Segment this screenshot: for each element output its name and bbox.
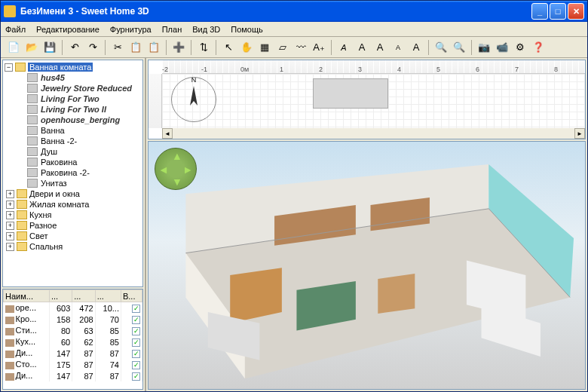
zoom-in-icon[interactable]: 🔍 [433, 39, 449, 56]
menu-help[interactable]: Помощь [231, 25, 263, 34]
furniture-table[interactable]: Наим............В... оре...60347210...✓К… [2, 289, 143, 390]
tree-category[interactable]: +Спальня [5, 241, 141, 252]
tree-category[interactable]: +Свет [5, 231, 141, 241]
table-row[interactable]: Сто...1758774✓ [4, 359, 142, 370]
tree-category[interactable]: +Разное [5, 220, 141, 231]
column-header[interactable]: ... [49, 290, 72, 302]
tree-category[interactable]: +Жилая комната [5, 199, 141, 210]
checkbox-icon[interactable]: ✓ [132, 305, 140, 313]
tree-root-label[interactable]: Ванная комната [28, 63, 93, 72]
menu-3dview[interactable]: Вид 3D [192, 25, 220, 34]
tree-item[interactable]: hus45 [5, 72, 141, 83]
tree-item[interactable]: Living For Two [5, 93, 141, 104]
checkbox-icon[interactable]: ✓ [132, 350, 140, 358]
add-furniture-icon[interactable]: ➕ [170, 39, 187, 56]
table-row[interactable]: Сти...806385✓ [4, 325, 142, 336]
expand-icon[interactable]: + [6, 243, 14, 251]
menu-file[interactable]: Файл [5, 25, 26, 34]
cut-icon[interactable]: ✂ [109, 39, 126, 56]
tree-item[interactable]: Раковина -2- [5, 167, 141, 178]
close-button[interactable]: ✕ [568, 3, 584, 20]
redo-icon[interactable]: ↷ [84, 39, 101, 56]
checkbox-icon[interactable]: ✓ [132, 316, 140, 324]
table-row[interactable]: оре...60347210...✓ [4, 302, 142, 314]
cell-visible[interactable]: ✓ [121, 314, 142, 325]
photo-icon[interactable]: 📷 [476, 39, 492, 56]
save-icon[interactable]: 💾 [41, 39, 58, 56]
menu-furniture[interactable]: Фурнитура [110, 25, 152, 34]
plan-view[interactable]: -2-10м12345678 ◄ ► [148, 60, 586, 139]
wall-icon[interactable]: ▦ [256, 39, 273, 56]
menu-edit[interactable]: Редактирование [36, 25, 100, 34]
table-row[interactable]: Ди...1478787✓ [4, 370, 142, 381]
column-header[interactable]: В... [121, 290, 142, 302]
scroll-track[interactable] [173, 128, 574, 139]
text-color-icon[interactable]: A [408, 39, 424, 56]
expand-icon[interactable]: + [6, 190, 14, 198]
plan-scrollbar[interactable]: ◄ ► [162, 128, 585, 139]
cell-visible[interactable]: ✓ [121, 302, 142, 314]
tree-category[interactable]: +Двери и окна [5, 188, 141, 199]
expand-icon[interactable]: + [6, 211, 14, 219]
expand-icon[interactable]: + [6, 232, 14, 240]
tree-category[interactable]: +Кухня [5, 210, 141, 220]
help-icon[interactable]: ❓ [530, 39, 547, 56]
video-icon[interactable]: 📹 [494, 39, 510, 56]
cell-visible[interactable]: ✓ [121, 348, 142, 359]
zoom-out-icon[interactable]: 🔍 [451, 39, 467, 56]
compass-icon[interactable] [171, 77, 216, 122]
tree-item[interactable]: Living For Two II [5, 104, 141, 115]
open-icon[interactable]: 📂 [23, 39, 40, 56]
import-icon[interactable]: ⇅ [195, 39, 212, 56]
tree-item[interactable]: Ванна -2- [5, 136, 141, 146]
collapse-icon[interactable]: − [5, 63, 13, 72]
select-icon[interactable]: ↖ [220, 39, 237, 56]
tree-root[interactable]: − Ванная комната [5, 62, 141, 72]
table-row[interactable]: Ди...1478787✓ [4, 348, 142, 359]
prefs-icon[interactable]: ⚙ [512, 39, 528, 56]
pan-icon[interactable]: ✋ [238, 39, 255, 56]
room-icon[interactable]: ▱ [274, 39, 291, 56]
tree-item[interactable]: Унитаз [5, 178, 141, 188]
scroll-right-icon[interactable]: ► [574, 128, 585, 139]
column-header[interactable]: ... [72, 290, 95, 302]
tree-item[interactable]: Jewelry Store Reduced [5, 83, 141, 93]
tree-item[interactable]: Раковина [5, 157, 141, 167]
table-row[interactable]: Кро...15820870✓ [4, 314, 142, 325]
catalog-tree[interactable]: − Ванная комната hus45Jewelry Store Redu… [2, 60, 143, 287]
checkbox-icon[interactable]: ✓ [132, 338, 140, 347]
cell-visible[interactable]: ✓ [121, 370, 142, 381]
paste-icon[interactable]: 📋 [145, 39, 162, 56]
undo-icon[interactable]: ↶ [66, 39, 83, 56]
tree-item[interactable]: Душ [5, 146, 141, 157]
column-header[interactable]: ... [95, 290, 121, 302]
text-style1-icon[interactable]: A [335, 39, 352, 56]
maximize-button[interactable]: □ [550, 3, 566, 20]
cell-visible[interactable]: ✓ [121, 325, 142, 336]
expand-icon[interactable]: + [6, 201, 14, 209]
table-row[interactable]: Кух...606285✓ [4, 336, 142, 348]
checkbox-icon[interactable]: ✓ [132, 327, 140, 335]
cell-visible[interactable]: ✓ [121, 336, 142, 348]
3d-view[interactable]: ▲ ▼ ◄ ► [148, 141, 586, 390]
tree-item[interactable]: openhouse_berging [5, 115, 141, 125]
tree-item[interactable]: Ванна [5, 125, 141, 136]
checkbox-icon[interactable]: ✓ [132, 361, 140, 369]
expand-icon[interactable]: + [6, 222, 14, 230]
text-bigger-icon[interactable]: A [372, 39, 388, 56]
scroll-left-icon[interactable]: ◄ [162, 128, 173, 139]
checkbox-icon[interactable]: ✓ [132, 372, 140, 381]
column-header[interactable]: Наим... [4, 290, 50, 302]
nav-up-icon[interactable]: ▲ [172, 150, 182, 162]
menu-plan[interactable]: План [162, 25, 182, 34]
text-style2-icon[interactable]: A [354, 39, 370, 56]
text-icon[interactable]: A₊ [311, 39, 327, 56]
text-smaller-icon[interactable]: A [390, 39, 406, 56]
minimize-button[interactable]: _ [531, 3, 548, 20]
new-icon[interactable]: 📄 [5, 39, 22, 56]
ruler-tick: 6 [476, 66, 479, 73]
cell-visible[interactable]: ✓ [121, 359, 142, 370]
copy-icon[interactable]: 📋 [127, 39, 144, 56]
plan-canvas[interactable] [162, 74, 585, 128]
dimension-icon[interactable]: 〰 [292, 39, 309, 56]
